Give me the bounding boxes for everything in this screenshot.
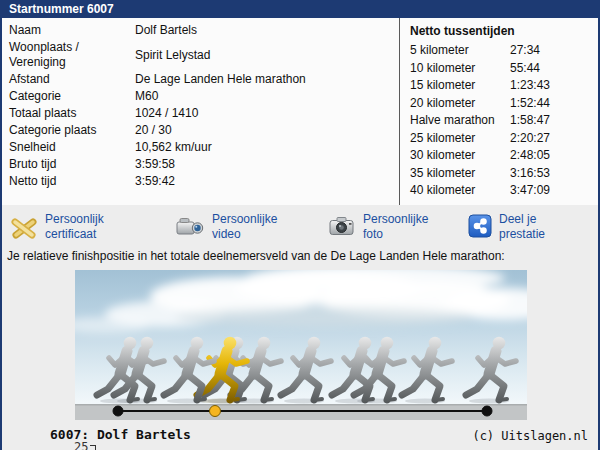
relative-position-text: Je relatieve finishpositie in het totale… [7,249,505,263]
split-label: 10 kilometer [410,61,510,77]
table-row: AfstandDe Lage Landen Hele marathon [9,71,399,88]
table-row: Categorie plaats20 / 30 [9,122,399,139]
split-label: 30 kilometer [410,148,510,164]
detail-label: Naam [9,22,135,39]
table-row: Bruto tijd3:59:58 [9,156,399,173]
splits-title: Netto tussentijden [410,22,598,42]
detail-value: Spirit Lelystad [135,47,399,64]
split-label: 5 kilometer [410,43,510,59]
split-value: 1:52:44 [510,96,598,112]
photo-icon [328,214,356,242]
runner-details-table: NaamDolf Bartels Woonplaats / Vereniging… [2,18,400,205]
runners-image [75,270,527,420]
detail-value: De Lage Landen Hele marathon [135,71,399,88]
split-value: 3:47:09 [510,183,598,199]
share-icon [468,214,492,242]
action-label: Persoonlijke foto [363,212,428,242]
table-row: 35 kilometer3:16:53 [410,165,598,183]
lower-section: Persoonlijk certificaat Persoonlijke vid… [2,205,598,450]
detail-label: Bruto tijd [9,156,135,173]
photo-link[interactable]: Persoonlijke foto [328,212,428,242]
table-row: Snelheid10,562 km/uur [9,139,399,156]
split-label: 20 kilometer [410,96,510,112]
table-row: 30 kilometer2:48:05 [410,147,598,165]
table-row: 40 kilometer3:47:09 [410,182,598,200]
detail-value: 3:59:58 [135,156,399,173]
video-link[interactable]: Persoonlijke video [175,212,277,244]
table-row: Totaal plaats1024 / 1410 [9,105,399,122]
figure-caption: 6007: Dolf Bartels [50,427,191,442]
detail-label: Netto tijd [9,173,135,190]
split-value: 27:34 [510,43,598,59]
page-title: Startnummer 6007 [9,2,114,16]
panel-header: Startnummer 6007 [2,0,598,18]
split-value: 1:58:47 [510,113,598,129]
video-icon [175,214,205,244]
split-value: 55:44 [510,61,598,77]
split-value: 3:16:53 [510,166,598,182]
tables-section: NaamDolf Bartels Woonplaats / Vereniging… [2,18,598,205]
split-value: 2:20:27 [510,131,598,147]
axis-tick [90,445,96,450]
table-row: 25 kilometer2:20:27 [410,130,598,148]
detail-label: Afstand [9,71,135,88]
split-value: 1:23:43 [510,78,598,94]
copyright-label: (c) Uitslagen.nl [472,429,588,443]
splits-table: Netto tussentijden 5 kilometer27:34 10 k… [400,18,598,205]
table-row: 10 kilometer55:44 [410,60,598,78]
table-row: NaamDolf Bartels [9,22,399,39]
detail-value: Dolf Bartels [135,22,399,39]
detail-label: Totaal plaats [9,105,135,122]
cutoff-axis-label: 25 [74,440,96,450]
split-label: 25 kilometer [410,131,510,147]
certificate-icon [10,214,38,246]
detail-label: Categorie [9,88,135,105]
table-row: Woonplaats / VerenigingSpirit Lelystad [9,39,399,71]
table-row: Netto tijd3:59:42 [9,173,399,190]
split-value: 2:48:05 [510,148,598,164]
certificate-link[interactable]: Persoonlijk certificaat [10,212,104,246]
table-row: 15 kilometer1:23:43 [410,77,598,95]
split-label: Halve marathon [410,113,510,129]
share-link[interactable]: Deel je prestatie [468,212,545,242]
startnummer-panel: Startnummer 6007 NaamDolf Bartels Woonpl… [0,0,600,450]
detail-value: 1024 / 1410 [135,105,399,122]
detail-value: 20 / 30 [135,122,399,139]
detail-label: Categorie plaats [9,122,135,139]
table-row: 5 kilometer27:34 [410,42,598,60]
detail-label: Woonplaats / Vereniging [9,39,135,71]
split-label: 40 kilometer [410,183,510,199]
detail-value: M60 [135,88,399,105]
table-row: 20 kilometer1:52:44 [410,95,598,113]
split-label: 15 kilometer [410,78,510,94]
detail-value: 3:59:42 [135,173,399,190]
table-row: CategorieM60 [9,88,399,105]
detail-label: Snelheid [9,139,135,156]
finish-position-figure [75,270,527,420]
action-label: Deel je prestatie [499,212,545,242]
detail-value: 10,562 km/uur [135,139,399,156]
action-label: Persoonlijk certificaat [45,212,104,242]
table-row: Halve marathon1:58:47 [410,112,598,130]
split-label: 35 kilometer [410,166,510,182]
action-label: Persoonlijke video [212,212,277,242]
